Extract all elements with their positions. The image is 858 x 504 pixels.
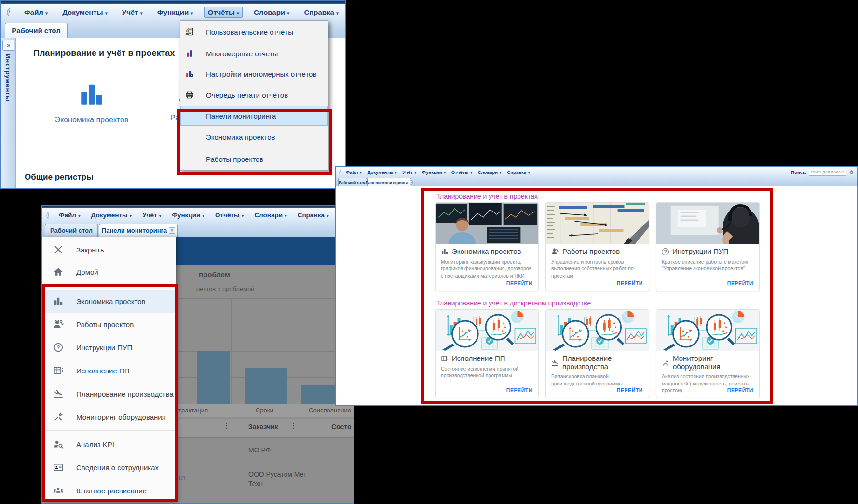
card-title: Мониторинг оборудования — [673, 355, 754, 371]
analytics-illustration — [656, 310, 759, 351]
card-title: Экономика проектов — [452, 248, 521, 256]
card-pp-execution[interactable]: Исполнение ПП Состояние исполнения приня… — [435, 309, 539, 398]
menu-help[interactable]: Справка — [294, 210, 332, 220]
card-project-works[interactable]: Работы проектов Управление и контроль ср… — [545, 202, 649, 291]
menu-documents[interactable]: Документы — [88, 210, 136, 220]
menu-accounting[interactable]: Учёт — [119, 7, 146, 18]
go-link[interactable]: ПЕРЕЙТИ — [617, 387, 643, 393]
window-monitoring-drawer: Файл Документы Учёт Функции Отчёты Слова… — [41, 205, 354, 504]
search-label: Поиск: — [791, 170, 806, 175]
worker-icon — [53, 319, 64, 330]
analytics-illustration — [546, 310, 649, 351]
drawer-item-production-planning[interactable]: Планирование производства — [42, 382, 176, 405]
menu-help[interactable]: Справка — [504, 169, 532, 176]
card-equipment-monitoring[interactable]: Мониторинг оборудования Анализ состояния… — [656, 309, 760, 398]
menu-file[interactable]: Файл — [55, 210, 84, 220]
menu-documents[interactable]: Документы — [59, 7, 111, 18]
menu-item-monitoring-panels[interactable]: Панели мониторинга — [180, 106, 328, 126]
grid-icon — [441, 355, 449, 362]
search-area: Поиск: — [791, 169, 857, 176]
window-main-desktop: Файл Документы Учёт Функции Отчёты Слова… — [0, 0, 346, 189]
menu-help[interactable]: Справка — [300, 7, 342, 18]
person-search-icon — [53, 439, 64, 450]
tab-desktop[interactable]: Рабочий стол — [45, 224, 98, 237]
tab-monitoring-panels[interactable]: Панели мониторинга ✕ — [367, 178, 411, 186]
drawer-item-label: Анализ KPI — [76, 440, 114, 449]
drawer-item-kpi-analysis[interactable]: Анализ KPI — [42, 433, 176, 456]
go-link[interactable]: ПЕРЕЙТИ — [617, 280, 643, 286]
column-menu-icon[interactable]: ⋮ — [290, 422, 297, 430]
menu-dictionaries[interactable]: Словари — [251, 210, 290, 220]
worker-icon — [551, 248, 559, 255]
cell-doc-number[interactable]: 01 — [179, 474, 187, 482]
tab-label: Панели мониторинга — [102, 227, 167, 234]
tab-close-icon[interactable]: ✕ — [169, 227, 175, 234]
drawer-item-project-works[interactable]: Работы проектов — [42, 313, 176, 336]
menu-accounting[interactable]: Учёт — [139, 210, 164, 220]
menu-functions[interactable]: Функции — [168, 210, 208, 220]
menu-item-project-economics[interactable]: Экономика проектов — [180, 126, 328, 148]
tab-strip: Рабочий стол Панели мониторинга ✕ — [42, 222, 354, 237]
drawer-item-pp-execution[interactable]: Исполнение ПП — [42, 359, 176, 382]
tab-desktop[interactable]: Рабочий стол — [338, 178, 367, 186]
screenshot-canvas: Файл Документы Учёт Функции Отчёты Слова… — [0, 0, 858, 504]
menu-functions[interactable]: Функции — [420, 169, 448, 176]
menu-documents[interactable]: Документы — [365, 169, 399, 176]
menu-dictionaries[interactable]: Словари — [250, 7, 293, 18]
dashboard-drawer-menu: Закрыть Домой Экономика проектов Работы … — [42, 237, 176, 502]
drawer-item-label: Экономика проектов — [76, 297, 145, 305]
drawer-item-staffing-schedule[interactable]: Штатное расписание — [42, 479, 176, 502]
user-reports-icon — [180, 21, 199, 43]
drawer-item-close[interactable]: Закрыть — [42, 239, 176, 261]
drawer-gap — [42, 283, 176, 290]
drawer-item-label: Работы проектов — [76, 320, 134, 329]
card-pup-instructions[interactable]: ?Инструкции ПУП Краткое описание работы … — [656, 202, 760, 291]
search-input[interactable] — [809, 169, 846, 176]
tab-monitoring-panels[interactable]: Панели мониторинга ✕ — [99, 224, 178, 237]
card-title: Инструкции ПУП — [672, 248, 728, 256]
menu-item-print-queue[interactable]: Очередь печати отчётов — [180, 84, 328, 106]
dashboard-subtitle-fragment: оектов с проблемой — [196, 285, 255, 292]
go-link[interactable]: ПЕРЕЙТИ — [727, 387, 753, 393]
menu-item-label: Работы проектов — [199, 155, 263, 163]
card-production-planning[interactable]: Планирование производства Балансировка п… — [545, 309, 649, 398]
menu-reports[interactable]: Отчёты — [449, 169, 475, 176]
bar-chart-icon — [78, 80, 106, 108]
drawer-item-project-economics[interactable]: Экономика проектов — [42, 290, 176, 313]
menu-accounting[interactable]: Учёт — [400, 169, 419, 176]
menu-reports[interactable]: Отчёты — [212, 210, 247, 220]
tab-close-icon[interactable]: ✕ — [410, 180, 413, 185]
go-link[interactable]: ПЕРЕЙТИ — [727, 280, 753, 286]
menu-dictionaries[interactable]: Словари — [476, 169, 504, 176]
menu-item-label: Панели мониторинга — [199, 112, 276, 120]
gridline — [231, 298, 232, 404]
gear-icon[interactable] — [849, 170, 854, 175]
menu-functions[interactable]: Функции — [154, 7, 197, 18]
cell-customer: МО РФ — [248, 446, 271, 454]
menu-reports[interactable]: Отчёты — [204, 7, 243, 18]
card-description: Балансировка плановой производственной п… — [546, 371, 649, 387]
drawer-item-employee-info[interactable]: Сведения о сотрудниках — [42, 456, 176, 479]
drawer-item-home[interactable]: Домой — [42, 261, 176, 283]
menu-item-olap-settings[interactable]: Настройки многомерных отчетов — [180, 64, 328, 84]
x-tick-label: трактация — [178, 407, 208, 414]
tab-desktop[interactable]: Рабочий стол — [5, 23, 68, 38]
drawer-item-pup-instructions[interactable]: Инструкции ПУП — [42, 336, 176, 359]
shortcut-label: Экономика проектов — [36, 116, 147, 124]
shortcut-project-economics[interactable]: Экономика проектов — [36, 80, 147, 124]
menu-file[interactable]: Файл — [343, 169, 364, 176]
column-header-customer[interactable]: Заказчик — [248, 423, 278, 431]
go-link[interactable]: ПЕРЕЙТИ — [506, 280, 532, 286]
menu-item-user-reports[interactable]: Пользовательские отчёты — [180, 21, 328, 43]
go-link[interactable]: ПЕРЕЙТИ — [506, 387, 532, 393]
sidebar-expand-button[interactable]: » — [2, 40, 14, 51]
drawer-item-equipment-monitoring[interactable]: Мониторинг оборудования — [42, 405, 176, 428]
menu-bar: Файл Документы Учёт Функции Отчёты Слова… — [1, 4, 345, 21]
help-icon — [53, 342, 64, 353]
menu-item-project-works[interactable]: Работы проектов — [180, 148, 328, 170]
card-project-economics[interactable]: Экономика проектов Мониторинг калькуляци… — [435, 202, 539, 291]
tab-label: Рабочий стол — [50, 227, 93, 234]
menu-item-olap-reports[interactable]: Многомерные отчеты — [180, 43, 328, 64]
column-menu-icon[interactable]: ⋮ — [223, 422, 230, 430]
menu-file[interactable]: Файл — [21, 7, 51, 18]
